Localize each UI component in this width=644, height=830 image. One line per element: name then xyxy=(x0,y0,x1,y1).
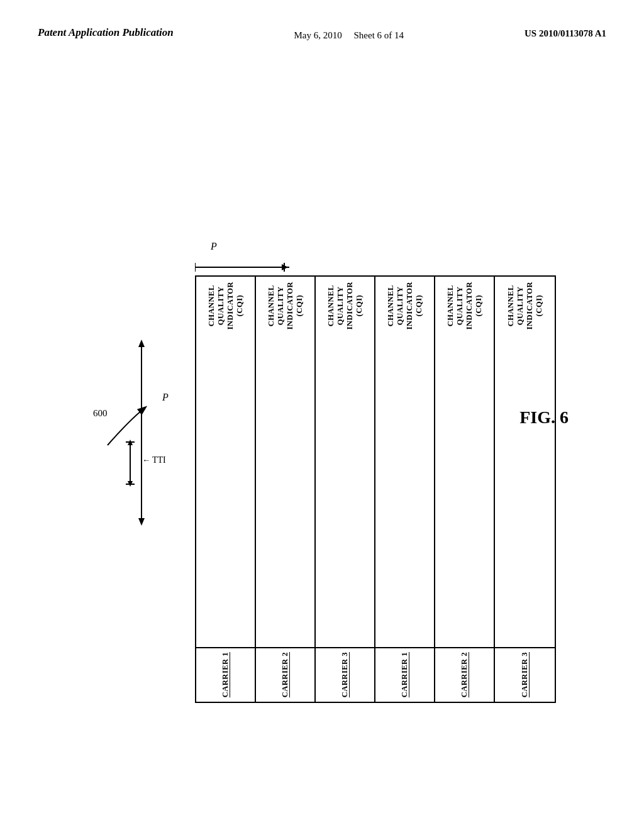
col-6-top: CHANNELQUALITYINDICATOR(CQI) xyxy=(495,277,555,649)
col-6-carrier: CARRIER 3 xyxy=(520,652,530,697)
col-6-bottom: CARRIER 3 xyxy=(495,648,555,701)
svg-marker-2 xyxy=(138,340,145,347)
col-5-top: CHANNELQUALITYINDICATOR(CQI) xyxy=(435,277,494,649)
col-1-text: CHANNELQUALITYINDICATOR(CQI) xyxy=(207,282,245,329)
p-bracket-arrow xyxy=(195,258,321,277)
col-2-text: CHANNELQUALITYINDICATOR(CQI) xyxy=(267,282,304,329)
table-col-5: CHANNELQUALITYINDICATOR(CQI) CARRIER 2 xyxy=(435,277,495,702)
col-3-carrier: CARRIER 3 xyxy=(340,652,350,697)
p-label: P xyxy=(162,392,169,403)
col-5-bottom: CARRIER 2 xyxy=(435,648,494,701)
sheet-label: Sheet 6 of 14 xyxy=(354,30,404,40)
col-5-text: CHANNELQUALITYINDICATOR(CQI) xyxy=(446,282,484,329)
col-3-text: CHANNELQUALITYINDICATOR(CQI) xyxy=(326,282,364,329)
reference-600: 600 xyxy=(93,407,108,419)
page-header: Patent Application Publication May 6, 20… xyxy=(0,0,644,55)
col-4-carrier: CARRIER 1 xyxy=(400,652,409,697)
col-1-carrier: CARRIER 1 xyxy=(221,652,230,697)
col-1-bottom: CARRIER 1 xyxy=(196,648,255,701)
col-3-top: CHANNELQUALITYINDICATOR(CQI) xyxy=(316,277,374,649)
table-col-6: CHANNELQUALITYINDICATOR(CQI) CARRIER 3 xyxy=(495,277,555,702)
table-col-1: CHANNELQUALITYINDICATOR(CQI) CARRIER 1 xyxy=(196,277,256,702)
patent-number-label: US 2010/0113078 A1 xyxy=(525,25,606,39)
col-2-bottom: CARRIER 2 xyxy=(256,648,314,701)
col-4-text: CHANNELQUALITYINDICATOR(CQI) xyxy=(386,282,424,329)
col-2-top: CHANNELQUALITYINDICATOR(CQI) xyxy=(256,277,314,649)
date-label: May 6, 2010 xyxy=(294,30,342,40)
p-bracket-label: P xyxy=(211,241,217,252)
publication-label: Patent Application Publication xyxy=(38,25,174,40)
col-1-top: CHANNELQUALITYINDICATOR(CQI) xyxy=(196,277,255,649)
col-6-text: CHANNELQUALITYINDICATOR(CQI) xyxy=(506,282,544,329)
time-axis-arrow xyxy=(132,338,151,527)
table-col-4: CHANNELQUALITYINDICATOR(CQI) CARRIER 1 xyxy=(375,277,435,702)
diagram-area: FIG. 6 600 ← xyxy=(0,55,644,778)
tti-label: ← TTI xyxy=(142,455,166,465)
date-sheet-label: May 6, 2010 Sheet 6 of 14 xyxy=(294,25,404,43)
col-4-bottom: CARRIER 1 xyxy=(375,648,434,701)
svg-marker-3 xyxy=(138,518,145,526)
col-3-bottom: CARRIER 3 xyxy=(316,648,374,701)
table-col-2: CHANNELQUALITYINDICATOR(CQI) CARRIER 2 xyxy=(256,277,316,702)
col-4-top: CHANNELQUALITYINDICATOR(CQI) xyxy=(375,277,434,649)
table-col-3: CHANNELQUALITYINDICATOR(CQI) CARRIER 3 xyxy=(316,277,375,702)
col-5-carrier: CARRIER 2 xyxy=(460,652,469,697)
col-2-carrier: CARRIER 2 xyxy=(280,652,290,697)
cqi-table: CHANNELQUALITYINDICATOR(CQI) CARRIER 1 C… xyxy=(195,275,556,703)
